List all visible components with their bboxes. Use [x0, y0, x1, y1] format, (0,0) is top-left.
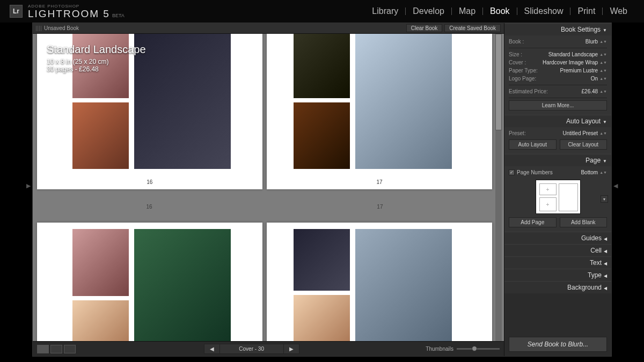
preset-label: Preset: [509, 130, 526, 136]
preset-select[interactable]: Untitled Preset▲▼ [563, 130, 607, 136]
auto-layout-button[interactable]: Auto Layout [509, 139, 557, 150]
thumbnails-label: Thumbnails [426, 346, 453, 352]
page-numbers-checkbox[interactable]: ✓Page Numbers [509, 169, 553, 175]
paper-label: Paper Type: [509, 68, 538, 73]
size-select[interactable]: Standard Landscape▲▼ [548, 51, 607, 57]
nav-web[interactable]: Web [603, 6, 634, 16]
panel-page-header[interactable]: Page▼ [504, 154, 611, 166]
logo-select[interactable]: On▲▼ [591, 76, 607, 82]
workspace-scrollbar[interactable] [495, 34, 502, 341]
logo-icon: Lr [10, 5, 23, 18]
page-19[interactable] [267, 223, 492, 341]
price-label: Estimated Price: [509, 88, 548, 94]
thumbnails-slider[interactable] [457, 348, 500, 350]
nav-library[interactable]: Library [365, 6, 405, 16]
panel-guides-header[interactable]: Guides◀ [504, 232, 611, 244]
panel-type-header[interactable]: Type◀ [504, 269, 611, 281]
brand-title: ADOBE PHOTOSHOP LIGHTROOM 5BETA [28, 4, 125, 19]
right-panel-toggle-icon[interactable]: ◀ [613, 181, 618, 191]
logo-label: Logo Page: [509, 76, 536, 82]
panel-background-header[interactable]: Background◀ [504, 281, 611, 293]
cover-select[interactable]: Hardcover Image Wrap▲▼ [543, 60, 607, 65]
clear-layout-button[interactable]: Clear Layout [560, 139, 608, 150]
pager-label[interactable]: Cover - 30 [219, 344, 284, 353]
grip-icon [36, 26, 41, 31]
size-label: Size : [509, 51, 522, 57]
panel-auto-layout-header[interactable]: Auto Layout▼ [504, 115, 611, 127]
page-18[interactable] [37, 223, 262, 341]
page-number-out: 17 [377, 204, 383, 210]
page-number-out: 16 [147, 204, 152, 210]
view-single-button[interactable] [64, 345, 76, 353]
book-select[interactable]: Blurb▲▼ [586, 39, 607, 45]
layout-picker-icon[interactable]: ▼ [601, 195, 608, 203]
page-17[interactable]: 17 [267, 34, 492, 189]
page-number-in: 16 [37, 179, 262, 185]
cover-label: Cover : [509, 60, 526, 65]
price-value: £26.48▲▼ [582, 88, 607, 94]
pager-next-icon[interactable]: ▶ [284, 344, 299, 353]
pager-prev-icon[interactable]: ◀ [204, 344, 219, 353]
paper-select[interactable]: Premium Lustre▲▼ [560, 68, 607, 73]
book-title: Unsaved Book [44, 25, 79, 31]
create-saved-book-button[interactable]: Create Saved Book [444, 24, 501, 32]
send-to-blurb-button[interactable]: Send Book to Blurb... [509, 337, 607, 352]
panel-book-settings-header[interactable]: Book Settings▼ [504, 23, 611, 35]
clear-book-button[interactable]: Clear Book [406, 24, 442, 32]
nav-slideshow[interactable]: Slideshow [517, 6, 570, 16]
learn-more-button[interactable]: Learn More... [509, 100, 607, 110]
page-number-in: 17 [267, 179, 492, 185]
nav-map[interactable]: Map [452, 6, 482, 16]
page-layout-preview[interactable]: ++ [536, 180, 581, 214]
view-spread-button[interactable] [50, 345, 62, 353]
book-info-overlay: Standard Landscape 10 x 8 in (25 x 20 cm… [47, 43, 146, 73]
view-grid-button[interactable] [37, 345, 49, 353]
page-pager: ◀ Cover - 30 ▶ [204, 344, 299, 354]
panel-cell-header[interactable]: Cell◀ [504, 244, 611, 256]
book-workspace[interactable]: Standard Landscape 10 x 8 in (25 x 20 cm… [33, 34, 504, 341]
page-numbers-position-select[interactable]: Bottom▲▼ [581, 169, 607, 175]
nav-book[interactable]: Book [483, 6, 516, 16]
panel-text-header[interactable]: Text◀ [504, 256, 611, 269]
add-blank-button[interactable]: Add Blank [560, 217, 608, 227]
nav-print[interactable]: Print [570, 6, 602, 16]
left-panel-toggle-icon[interactable]: ▶ [26, 181, 31, 191]
add-page-button[interactable]: Add Page [509, 217, 557, 227]
nav-develop[interactable]: Develop [406, 6, 451, 16]
module-nav: Library Develop Map Book Slideshow Print… [365, 6, 634, 16]
book-label: Book : [509, 39, 524, 45]
